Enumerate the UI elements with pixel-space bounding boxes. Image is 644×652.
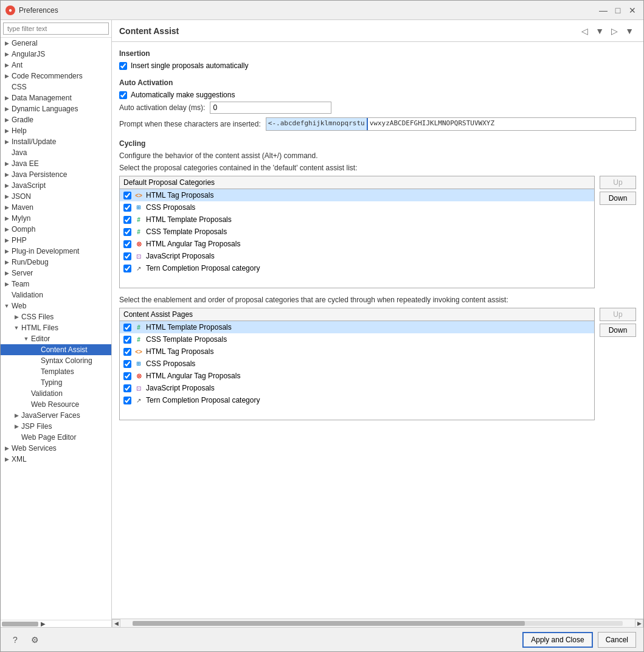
list-item[interactable]: ⊡ JavaScript Proposals <box>120 382 594 394</box>
sidebar-item-htmlfiles[interactable]: ▼HTML Files <box>1 322 111 333</box>
proposal-checkbox[interactable] <box>123 265 131 272</box>
proposal-checkbox[interactable] <box>123 384 131 392</box>
sidebar-item-maven[interactable]: ▶Maven <box>1 202 111 213</box>
list-item[interactable]: # HTML Template Proposals <box>120 321 594 333</box>
close-button[interactable]: ✕ <box>626 4 639 16</box>
sidebar-item-syntaxcoloring[interactable]: Syntax Coloring <box>1 355 111 366</box>
proposal-checkbox[interactable] <box>123 336 131 344</box>
list-item[interactable]: # CSS Template Proposals <box>120 226 594 238</box>
sidebar-item-datamanagement[interactable]: ▶Data Management <box>1 92 111 103</box>
sidebar-item-php[interactable]: ▶PHP <box>1 235 111 246</box>
sidebar-item-jsffiles[interactable]: ▶JavaServer Faces <box>1 410 111 421</box>
list-item[interactable]: ⊗ HTML Angular Tag Proposals <box>120 370 594 382</box>
settings-button[interactable]: ⚙ <box>27 633 42 647</box>
proposal-checkbox[interactable] <box>123 216 131 224</box>
help-button[interactable]: ? <box>8 633 23 647</box>
scroll-left-arrow[interactable]: ◀ <box>112 619 120 628</box>
panel-toolbar: ◁ ▼ ▷ ▼ <box>579 25 636 37</box>
filter-input[interactable] <box>3 23 109 35</box>
list-item[interactable]: # HTML Template Proposals <box>120 213 594 226</box>
sidebar-item-xml[interactable]: ▶XML <box>1 454 111 465</box>
sidebar-item-javaee[interactable]: ▶Java EE <box>1 158 111 169</box>
list-item[interactable]: ↗ Tern Completion Proposal category <box>120 394 594 406</box>
sidebar-item-webpageeditor[interactable]: Web Page Editor <box>1 432 111 443</box>
proposal-checkbox[interactable] <box>123 252 131 260</box>
sidebar-item-javapersistence[interactable]: ▶Java Persistence <box>1 169 111 180</box>
minimize-button[interactable]: — <box>597 4 609 16</box>
proposal-label: HTML Template Proposals <box>146 323 232 331</box>
proposal-checkbox[interactable] <box>123 397 131 404</box>
tree-label-javaee: Java EE <box>12 159 39 168</box>
panel-horizontal-scrollbar[interactable]: ◀ ▶ <box>112 619 643 627</box>
list-item[interactable]: ⊗ HTML Angular Tag Proposals <box>120 238 594 250</box>
sidebar-item-web[interactable]: ▼Web <box>1 300 111 311</box>
prompt-rest-text: vwxyzABCDEFGHIJKLMNOPQRSTUVWXYZ <box>368 118 496 130</box>
sidebar-item-coderecommenders[interactable]: ▶Code Recommenders <box>1 71 111 82</box>
sidebar-item-plugindev[interactable]: ▶Plug-in Development <box>1 246 111 257</box>
sidebar-item-typing[interactable]: Typing <box>1 377 111 388</box>
sidebar-item-dynamiclanguages[interactable]: ▶Dynamic Languages <box>1 103 111 114</box>
sidebar-item-templates[interactable]: Templates <box>1 366 111 377</box>
tree-label-plugindev: Plug-in Development <box>12 247 79 255</box>
sidebar-item-editor[interactable]: ▼Editor <box>1 333 111 344</box>
list-item[interactable]: <> HTML Tag Proposals <box>120 189 594 201</box>
cycling-up-button[interactable]: Up <box>600 308 636 321</box>
sidebar-item-webservices[interactable]: ▶Web Services <box>1 443 111 454</box>
cancel-button[interactable]: Cancel <box>598 632 636 648</box>
sidebar-item-javascript[interactable]: ▶JavaScript <box>1 180 111 191</box>
proposal-checkbox[interactable] <box>123 192 131 199</box>
sidebar-item-mylyn[interactable]: ▶Mylyn <box>1 213 111 224</box>
insert-single-checkbox[interactable] <box>119 62 127 70</box>
scroll-right-arrow[interactable]: ▶ <box>635 619 643 628</box>
sidebar-item-contentassist[interactable]: Content Assist <box>1 344 111 355</box>
tree-label-validation: Validation <box>12 291 43 299</box>
maximize-button[interactable]: □ <box>612 4 624 16</box>
sidebar-horizontal-scrollbar[interactable]: ▶ <box>1 620 111 627</box>
proposal-checkbox[interactable] <box>123 360 131 368</box>
sidebar-item-validation[interactable]: Validation <box>1 290 111 300</box>
back-button[interactable]: ◁ <box>579 25 590 37</box>
proposal-checkbox[interactable] <box>123 228 131 236</box>
proposal-checkbox[interactable] <box>123 348 131 356</box>
apply-close-button[interactable]: Apply and Close <box>522 632 592 648</box>
auto-suggestions-checkbox[interactable] <box>119 91 127 99</box>
sidebar-item-team[interactable]: ▶Team <box>1 279 111 290</box>
back-dropdown-button[interactable]: ▼ <box>593 25 606 37</box>
sidebar-item-oomph[interactable]: ▶Oomph <box>1 224 111 235</box>
tree-arrow-ant: ▶ <box>2 62 12 68</box>
sidebar-item-gradle[interactable]: ▶Gradle <box>1 114 111 125</box>
scrollbar-thumb[interactable] <box>133 621 525 626</box>
sidebar-item-json[interactable]: ▶JSON <box>1 191 111 202</box>
proposal-checkbox[interactable] <box>123 324 131 331</box>
sidebar-item-installupdater[interactable]: ▶Install/Update <box>1 136 111 147</box>
default-up-button[interactable]: Up <box>600 176 636 189</box>
sidebar-item-cssfiles[interactable]: ▶CSS Files <box>1 311 111 322</box>
delay-input[interactable] <box>210 102 331 114</box>
proposal-checkbox[interactable] <box>123 204 131 212</box>
tree-arrow-editor: ▼ <box>21 336 31 342</box>
sidebar-item-general[interactable]: ▶General <box>1 38 111 49</box>
forward-button[interactable]: ▷ <box>609 25 620 37</box>
list-item[interactable]: <> HTML Tag Proposals <box>120 345 594 358</box>
tree-label-oomph: Oomph <box>12 225 35 234</box>
sidebar-item-rundebug[interactable]: ▶Run/Debug <box>1 257 111 268</box>
sidebar-item-webresource[interactable]: Web Resource <box>1 399 111 410</box>
list-item[interactable]: ⊞ CSS Proposals <box>120 201 594 213</box>
list-item[interactable]: ⊡ JavaScript Proposals <box>120 250 594 262</box>
list-item[interactable]: # CSS Template Proposals <box>120 333 594 345</box>
default-down-button[interactable]: Down <box>600 192 636 205</box>
list-item[interactable]: ↗ Tern Completion Proposal category <box>120 262 594 274</box>
proposal-checkbox[interactable] <box>123 372 131 380</box>
proposal-checkbox[interactable] <box>123 240 131 248</box>
list-item[interactable]: ⊞ CSS Proposals <box>120 358 594 370</box>
cycling-down-button[interactable]: Down <box>600 324 636 337</box>
sidebar-item-java[interactable]: Java <box>1 147 111 158</box>
sidebar-item-jspfiles[interactable]: ▶JSP Files <box>1 421 111 432</box>
sidebar-item-server[interactable]: ▶Server <box>1 268 111 279</box>
sidebar-item-angularjs[interactable]: ▶AngularJS <box>1 49 111 60</box>
sidebar-item-validation_web[interactable]: Validation <box>1 388 111 399</box>
sidebar-item-ant[interactable]: ▶Ant <box>1 60 111 71</box>
sidebar-item-help[interactable]: ▶Help <box>1 125 111 136</box>
forward-dropdown-button[interactable]: ▼ <box>623 25 636 37</box>
sidebar-item-css[interactable]: CSS <box>1 82 111 92</box>
